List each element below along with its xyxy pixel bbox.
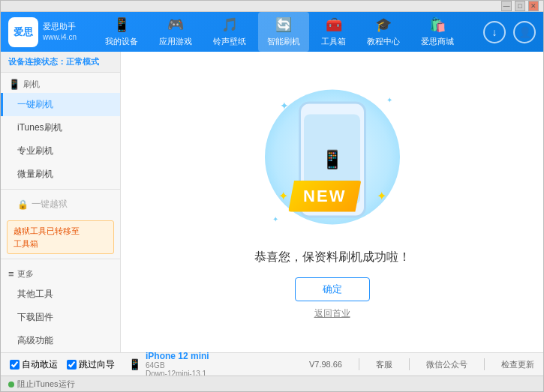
close-button[interactable]: ✕: [528, 1, 539, 11]
sidebar-item-download-firmware[interactable]: 下载固件: [1, 306, 120, 329]
sidebar-item-other-tools[interactable]: 其他工具: [1, 283, 120, 306]
sidebar-item-advanced[interactable]: 高级功能: [1, 329, 120, 352]
flash-section-label: 📱 刷机: [1, 73, 120, 93]
bottom-bar: 阻止iTunes运行: [1, 376, 543, 392]
device-details: iPhone 12 mini 64GB Down-12mini-13.1: [146, 351, 209, 378]
customer-service-link[interactable]: 客服: [376, 359, 392, 370]
content-area: 📱 NEW ✦ ✦ ✦ ✦ ✦ 恭喜您，保资料刷机成功啦！ 确定 返回首业: [121, 52, 543, 352]
version-text: V7.98.66: [309, 360, 342, 369]
auto-launch-checkbox[interactable]: 自动敢运: [10, 358, 58, 371]
success-message: 恭喜您，保资料刷机成功啦！: [254, 250, 410, 265]
maximize-button[interactable]: □: [515, 1, 525, 11]
status-dot: [8, 382, 14, 388]
pro-flash-label: 专业刷机: [17, 145, 53, 156]
device-info: 📱 iPhone 12 mini 64GB Down-12mini-13.1: [128, 351, 209, 378]
nav-toolbox-label: 工具箱: [321, 36, 346, 47]
flash-section-icon: 📱: [8, 79, 20, 90]
ringtone-icon: 🎵: [221, 16, 238, 33]
minimize-button[interactable]: —: [501, 1, 512, 11]
sparkle-bottom-left: ✦: [272, 215, 278, 223]
new-star-left: ✦: [278, 189, 288, 203]
auto-launch-label: 自动敢运: [22, 358, 58, 371]
nav-tutorial-label: 教程中心: [367, 36, 400, 47]
footer-divider-v2: [409, 358, 410, 370]
skip-wizard-label: 跳过向导: [79, 358, 115, 371]
warning-box: 越狱工具已转移至工具箱: [7, 220, 114, 254]
account-button[interactable]: 👤: [513, 21, 536, 43]
more-section-label: ≡ 更多: [1, 262, 120, 283]
nav-smart-flash[interactable]: 🔄 智能刷机: [258, 12, 309, 52]
more-label: 更多: [17, 268, 34, 280]
sparkle-top-left: ✦: [280, 100, 289, 112]
footer-divider-v3: [484, 358, 485, 370]
back-link[interactable]: 返回首业: [314, 307, 350, 320]
download-button[interactable]: ↓: [483, 21, 506, 43]
check-update-link[interactable]: 检查更新: [501, 359, 534, 370]
nav-my-device-label: 我的设备: [105, 36, 138, 47]
device-name: iPhone 12 mini: [146, 351, 209, 361]
status-label: 设备连接状态：: [8, 57, 66, 66]
sidebar-item-one-click-flash[interactable]: 一键刷机: [1, 93, 120, 116]
tutorial-icon: 🎓: [375, 16, 392, 33]
skip-wizard-input[interactable]: [67, 360, 77, 370]
sidebar-item-itunes-flash[interactable]: iTunes刷机: [1, 116, 120, 139]
logo-area: 爱思 爱思助手 www.i4.cn: [8, 17, 83, 47]
footer-divider-v1: [359, 358, 359, 370]
smart-flash-icon: 🔄: [275, 16, 292, 33]
sidebar-divider-1: [1, 189, 120, 190]
shop-icon: 🛍️: [429, 16, 446, 33]
main-body: 设备连接状态：正常模式 📱 刷机 一键刷机 iTunes刷机 专业刷机 微量刷机: [1, 52, 543, 352]
nav-items: 📱 我的设备 🎮 应用游戏 🎵 铃声壁纸 🔄 智能刷机 🧰 工具箱 🎓: [83, 12, 476, 52]
nav-ringtone-label: 铃声壁纸: [213, 36, 246, 47]
nav-my-device[interactable]: 📱 我的设备: [96, 12, 147, 52]
advanced-label: 高级功能: [17, 335, 53, 346]
illustration: 📱 NEW ✦ ✦ ✦ ✦ ✦: [257, 85, 407, 235]
lock-icon: 🔒: [17, 199, 29, 210]
nav-tutorial[interactable]: 🎓 教程中心: [358, 12, 409, 52]
my-device-icon: 📱: [113, 16, 130, 33]
auto-launch-input[interactable]: [10, 360, 20, 370]
confirm-button[interactable]: 确定: [295, 277, 370, 301]
logo-line1: 爱思助手: [43, 21, 77, 32]
sidebar-item-pro-flash[interactable]: 专业刷机: [1, 139, 120, 163]
itunes-status: 阻止iTunes运行: [8, 379, 75, 390]
sidebar: 设备连接状态：正常模式 📱 刷机 一键刷机 iTunes刷机 专业刷机 微量刷机: [1, 52, 121, 352]
itunes-status-label: 阻止iTunes运行: [17, 379, 75, 390]
footer-row-checkboxes: 自动敢运 跳过向导 📱 iPhone 12 mini 64GB Down-12m…: [1, 353, 543, 376]
nav-smart-flash-label: 智能刷机: [267, 36, 300, 47]
new-banner: NEW: [288, 181, 361, 212]
toolbox-icon: 🧰: [326, 16, 342, 33]
sparkle-top-right: ✦: [386, 96, 392, 104]
status-value: 正常模式: [66, 57, 99, 66]
more-icon: ≡: [8, 268, 14, 280]
status-bar: 设备连接状态：正常模式: [1, 52, 120, 73]
micro-flash-label: 微量刷机: [17, 169, 53, 179]
title-bar: — □ ✕: [1, 1, 543, 12]
logo-icon: 爱思: [8, 17, 38, 47]
nav-right-buttons: ↓ 👤: [483, 21, 536, 43]
new-badge-text: NEW: [303, 187, 346, 205]
new-star-right: ✦: [377, 189, 386, 203]
nav-toolbox[interactable]: 🧰 工具箱: [312, 12, 355, 52]
phone-device-icon: 📱: [128, 358, 141, 370]
sidebar-divider-2: [1, 259, 120, 259]
nav-ringtone[interactable]: 🎵 铃声壁纸: [204, 12, 255, 52]
nav-shop[interactable]: 🛍️ 爱思商城: [412, 12, 463, 52]
sidebar-item-micro-flash[interactable]: 微量刷机: [1, 163, 120, 186]
logo-line2: www.i4.cn: [43, 32, 77, 43]
app-frame: — □ ✕ 爱思 爱思助手 www.i4.cn 📱 我的设备 🎮 应用游戏: [0, 0, 544, 392]
title-bar-controls: — □ ✕: [501, 1, 539, 11]
skip-wizard-checkbox[interactable]: 跳过向导: [67, 358, 115, 371]
footer-area: 自动敢运 跳过向导 📱 iPhone 12 mini 64GB Down-12m…: [1, 352, 543, 392]
jailbreak-section-label: 🔒 一键越狱: [1, 193, 120, 216]
itunes-flash-label: iTunes刷机: [17, 122, 62, 133]
nav-apps-games[interactable]: 🎮 应用游戏: [150, 12, 201, 52]
nav-apps-label: 应用游戏: [159, 36, 192, 47]
apps-games-icon: 🎮: [167, 16, 184, 33]
other-tools-label: 其他工具: [17, 289, 53, 299]
wechat-link[interactable]: 微信公众号: [426, 359, 467, 370]
flash-label: 刷机: [23, 79, 40, 90]
logo-text: 爱思助手 www.i4.cn: [43, 21, 77, 43]
jailbreak-label: 一键越狱: [32, 198, 68, 211]
download-firmware-label: 下载固件: [17, 312, 53, 322]
